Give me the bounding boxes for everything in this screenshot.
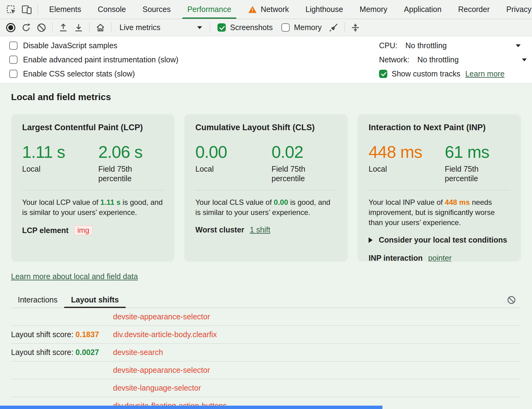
horizontal-scrollbar-thumb[interactable] (0, 406, 382, 409)
inspect-element-button[interactable] (4, 2, 19, 17)
inspect-cursor-icon (6, 4, 17, 15)
field-metric-label: Field 75th percentile (98, 164, 144, 183)
clear-profiles-button[interactable] (34, 20, 49, 35)
devtools-tabbar: Elements Console Sources Performance Net… (0, 0, 532, 19)
checkbox-icon (9, 41, 18, 50)
option-label: Disable JavaScript samples (23, 41, 117, 50)
card-title: Interaction to Next Paint (INP) (369, 123, 510, 132)
element-link[interactable]: devsite-language-selector (113, 384, 201, 392)
tab-application[interactable]: Application (396, 0, 450, 19)
card-divider (369, 190, 510, 190)
cls-card: Cumulative Layout Shift (CLS) 0.00 Local… (184, 114, 348, 262)
shift-score-cell: Layout shift score: 0.1837 (11, 330, 113, 339)
field-data-learn-more-link[interactable]: Learn more about local and field data (11, 272, 138, 281)
save-profile-button[interactable] (71, 20, 86, 35)
chevron-down-icon (522, 58, 527, 62)
record-button[interactable] (3, 20, 18, 35)
tab-label: Elements (49, 5, 81, 14)
live-metrics-home-button[interactable] (93, 20, 108, 35)
tab-label: Network (261, 5, 289, 14)
lcp-element-link[interactable]: img (74, 225, 93, 235)
tab-performance[interactable]: Performance (179, 0, 240, 19)
score-value: 0.1837 (76, 330, 99, 339)
network-label: Network: (379, 55, 409, 64)
disclosure-triangle-icon (369, 237, 373, 243)
checkbox-label: Memory (294, 23, 322, 32)
tab-layout-shifts[interactable]: Layout shifts (64, 292, 126, 308)
collapse-toolbar-button[interactable] (348, 20, 363, 35)
tab-memory[interactable]: Memory (351, 0, 396, 19)
inp-interaction-row: INP interaction pointer (369, 254, 510, 262)
cpu-throttling-select[interactable]: CPU: No throttling (379, 39, 521, 53)
tab-label: Interactions (18, 295, 57, 304)
tab-sources[interactable]: Sources (134, 0, 179, 19)
option-label: Enable advanced paint instrumentation (s… (23, 55, 178, 64)
layout-shift-row: devsite-appearance-selector (11, 361, 521, 379)
chevron-down-icon (515, 44, 521, 48)
tab-label: Memory (360, 5, 387, 14)
element-link[interactable]: devsite-appearance-selector (113, 366, 210, 374)
inp-card: Interaction to Next Paint (INP) 448 ms L… (358, 114, 521, 262)
devtools-performance-panel: Elements Console Sources Performance Net… (0, 0, 532, 409)
metric-description: Your local CLS value of 0.00 is good, an… (195, 197, 337, 217)
tab-lighthouse[interactable]: Lighthouse (297, 0, 351, 19)
tab-label: Performance (187, 5, 231, 14)
worst-cluster-link[interactable]: 1 shift (250, 225, 270, 234)
logs-tabbar: Interactions Layout shifts (11, 292, 521, 308)
network-throttling-select[interactable]: Network: No throttling (379, 53, 521, 67)
field-metric-value: 0.02 (272, 143, 318, 161)
metric-description: Your local LCP value of 1.11 s is good, … (22, 197, 163, 217)
clear-log-button[interactable] (504, 293, 519, 307)
score-label: Layout shift score: (11, 330, 76, 339)
layout-shift-row: Layout shift score: 0.0027 devsite-searc… (11, 344, 521, 361)
local-metric-value: 448 ms (369, 143, 445, 161)
tab-privacy-sandbox[interactable]: Privacy Sand (498, 0, 532, 19)
capture-settings-left: Disable JavaScript samples Enable advanc… (9, 39, 178, 81)
card-title: Cumulative Layout Shift (CLS) (195, 123, 337, 132)
tab-interactions[interactable]: Interactions (11, 292, 64, 308)
element-link[interactable]: devsite-appearance-selector (113, 312, 210, 321)
checkbox-icon (9, 70, 18, 78)
show-custom-tracks-checkbox[interactable]: Show custom tracks (379, 69, 460, 78)
option-label: Enable CSS selector stats (slow) (23, 69, 135, 78)
consider-local-conditions-toggle[interactable]: Consider your local test conditions (369, 236, 510, 244)
broom-icon (328, 22, 339, 33)
tab-network[interactable]: Network (240, 0, 297, 19)
device-toolbar-button[interactable] (19, 2, 34, 17)
toolbar-divider (344, 22, 345, 33)
layout-shift-row: devsite-language-selector (11, 379, 521, 397)
element-link[interactable]: div.devsite-article-body.clearfix (113, 330, 217, 339)
garbage-collect-button[interactable] (326, 20, 341, 35)
screenshots-checkbox[interactable]: Screenshots (213, 23, 277, 32)
load-profile-button[interactable] (56, 20, 71, 35)
checkbox-checked-icon (379, 70, 387, 78)
local-metric-label: Local (22, 164, 98, 174)
memory-checkbox[interactable]: Memory (277, 23, 326, 32)
tab-label: Privacy Sand (506, 5, 532, 14)
tab-recorder[interactable]: Recorder (450, 0, 498, 19)
record-and-reload-button[interactable] (18, 20, 34, 35)
metric-values: 1.11 s Local 2.06 s Field 75th percentil… (22, 143, 163, 183)
tab-console[interactable]: Console (89, 0, 134, 19)
description-text: Your local CLS value of (195, 198, 274, 206)
network-value: No throttling (417, 55, 459, 64)
css-selector-stats-checkbox[interactable]: Enable CSS selector stats (slow) (9, 67, 178, 81)
tab-label: Recorder (458, 5, 490, 14)
inp-interaction-link[interactable]: pointer (428, 254, 452, 262)
local-metric-value: 1.11 s (22, 143, 98, 161)
capture-settings-right: CPU: No throttling Network: No throttlin… (379, 39, 521, 81)
device-toolbar-icon (21, 4, 32, 15)
disable-js-samples-checkbox[interactable]: Disable JavaScript samples (9, 39, 178, 53)
learn-more-link[interactable]: Learn more (465, 69, 505, 78)
description-value: 1.11 s (100, 198, 120, 206)
element-link[interactable]: devsite-search (113, 348, 163, 356)
reload-icon (21, 22, 31, 33)
panel-view-select[interactable]: Live metrics (115, 21, 207, 34)
metric-description: Your local INP value of 448 ms needs imp… (369, 197, 510, 228)
chevron-down-icon (197, 26, 202, 29)
tab-elements[interactable]: Elements (41, 0, 89, 19)
local-metric-label: Local (195, 164, 272, 174)
tab-label: Sources (143, 5, 171, 14)
footer-label: Worst cluster (195, 225, 244, 234)
advanced-paint-checkbox[interactable]: Enable advanced paint instrumentation (s… (9, 53, 178, 67)
